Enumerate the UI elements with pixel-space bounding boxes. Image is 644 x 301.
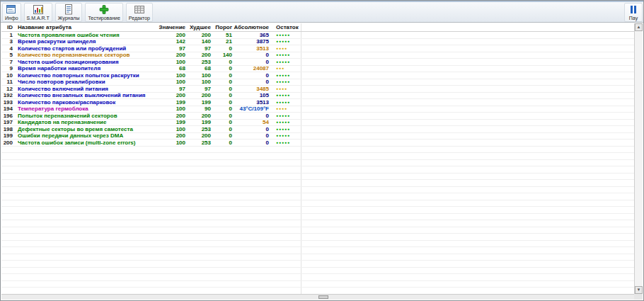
attr-value: 200	[154, 92, 185, 98]
attr-id: 200	[1, 140, 13, 146]
attr-health-dots: ●●●●●	[269, 79, 301, 86]
attr-name: Дефектные секторы во время самотеста	[13, 126, 154, 132]
attr-worst: 200	[185, 32, 211, 38]
info-button-label: Инфо	[5, 15, 18, 21]
horizontal-scrollbar[interactable]	[1, 294, 634, 300]
smart-attribute-row[interactable]: 196Попыток переназначений секторов200200…	[1, 113, 634, 120]
vertical-scrollbar[interactable]: ▲ ▼	[634, 23, 643, 294]
empty-row	[1, 147, 634, 154]
smart-attribute-row[interactable]: 3Время раскрутки шпинделя142140213875●●●…	[1, 39, 634, 46]
smart-attribute-row[interactable]: 10Количество повторных попыток раскрутки…	[1, 72, 634, 79]
toolbar-button-group: ИнфоS.M.A.R.TЖурналыТестированиеРедактор	[2, 3, 153, 22]
scroll-down-icon[interactable]: ▼	[635, 286, 643, 294]
info-icon	[5, 4, 18, 15]
empty-row	[1, 160, 634, 167]
attr-name: Число повторов рекалибровки	[13, 79, 154, 85]
column-header-id[interactable]: ID	[1, 24, 13, 30]
testing-icon	[98, 4, 110, 15]
empty-cell	[269, 254, 301, 261]
empty-cell	[269, 147, 301, 153]
column-header-health[interactable]: Остаток	[269, 23, 301, 31]
column-header-raw[interactable]: Абсолютное	[232, 24, 269, 30]
scroll-up-icon[interactable]: ▲	[635, 23, 643, 31]
attr-threshold: 0	[211, 126, 232, 132]
empty-row	[1, 153, 634, 160]
journals-button[interactable]: Журналы	[55, 3, 83, 22]
attr-threshold: 0	[211, 72, 232, 79]
smart-attribute-row[interactable]: 193Количество парковок/распарковок199199…	[1, 99, 634, 106]
attr-id: 4	[1, 45, 13, 52]
attr-worst: 200	[185, 92, 211, 98]
attr-value: 100	[154, 106, 185, 112]
empty-row	[1, 180, 634, 187]
attr-id: 10	[1, 72, 13, 79]
empty-row	[1, 281, 634, 288]
empty-cell	[269, 241, 301, 247]
attr-id: 9	[1, 65, 13, 72]
attr-value: 100	[154, 72, 185, 79]
attr-raw-value: 0	[232, 113, 269, 119]
column-header-value[interactable]: Значение	[154, 24, 185, 30]
attr-value: 200	[154, 113, 185, 119]
attr-threshold: 0	[211, 99, 232, 106]
smart-attribute-row[interactable]: 194Температура гермоблока10090043°C/109°…	[1, 106, 634, 113]
attr-raw-value: 0	[232, 72, 269, 79]
column-header-name[interactable]: Название атрибута	[13, 24, 154, 30]
attr-worst: 199	[185, 119, 211, 125]
smart-attribute-row[interactable]: 4Количество стартов или пробуждений97970…	[1, 45, 634, 52]
attr-raw-value: 24087	[232, 65, 269, 72]
attr-threshold: 0	[211, 132, 232, 139]
horizontal-scrollbar-thumb[interactable]	[318, 295, 328, 299]
app-window: ИнфоS.M.A.R.TЖурналыТестированиеРедактор…	[0, 0, 644, 301]
smart-attribute-row[interactable]: 1Частота проявления ошибок чтения2002005…	[1, 32, 634, 39]
attr-raw-value: 0	[232, 79, 269, 85]
attr-worst: 253	[185, 59, 211, 65]
pause-button-label: Пау	[629, 15, 638, 21]
smart-attribute-row[interactable]: 9Время наработки накопителя6868024087●●●	[1, 66, 634, 73]
empty-cell	[269, 227, 301, 234]
attr-health-dots: ●●●●	[269, 106, 301, 113]
pause-button[interactable]: Пау	[624, 3, 643, 22]
attr-name: Частота ошибок позиционирования	[13, 59, 154, 65]
attr-value: 142	[154, 38, 185, 45]
column-header-threshold[interactable]: Порог	[211, 24, 232, 30]
editor-button[interactable]: Редактор	[126, 3, 153, 22]
testing-button[interactable]: Тестирование	[85, 3, 122, 22]
info-button[interactable]: Инфо	[2, 3, 21, 22]
attr-threshold: 0	[211, 140, 232, 146]
attr-raw-value: 0	[232, 59, 269, 65]
column-header-worst[interactable]: Худшее	[185, 24, 211, 30]
journals-button-label: Журналы	[58, 15, 80, 21]
smart-attribute-row[interactable]: 192Количество внезапных выключений питан…	[1, 93, 634, 100]
attr-worst: 200	[185, 52, 211, 58]
attr-value: 200	[154, 52, 185, 58]
smart-attribute-row[interactable]: 198Дефектные секторы во время самотеста1…	[1, 126, 634, 133]
smart-attribute-row[interactable]: 197Кандидатов на переназначение199199054…	[1, 120, 634, 127]
empty-row	[1, 166, 634, 174]
pause-icon	[627, 4, 640, 15]
smart-attribute-row[interactable]: 11Число повторов рекалибровки10010000●●●…	[1, 79, 634, 86]
attr-worst: 140	[185, 38, 211, 45]
smart-attribute-row[interactable]: 7Частота ошибок позиционирования10025300…	[1, 59, 634, 66]
smart-attribute-row[interactable]: 12Количество включений питания979703485●…	[1, 86, 634, 93]
attr-name: Попыток переназначений секторов	[13, 113, 154, 119]
empty-cell	[269, 281, 301, 288]
smart-button[interactable]: S.M.A.R.T	[24, 3, 52, 22]
attr-health-dots: ●●●●●	[269, 93, 301, 99]
attr-worst: 97	[185, 86, 211, 92]
attr-name: Количество стартов или пробуждений	[13, 45, 154, 52]
attr-health-dots: ●●●●●	[269, 113, 301, 119]
attr-threshold: 0	[211, 65, 232, 72]
smart-attribute-row[interactable]: 200Частота ошибок записи (multi-zone err…	[1, 140, 634, 147]
smart-attributes-table: ID Название атрибута Значение Худшее Пор…	[1, 23, 634, 294]
empty-cell	[269, 166, 301, 173]
attr-id: 7	[1, 59, 13, 65]
attr-worst: 253	[185, 140, 211, 146]
empty-row	[1, 187, 634, 194]
smart-icon	[32, 4, 45, 15]
attr-value: 100	[154, 140, 185, 146]
smart-attribute-row[interactable]: 5Количество переназначенных секторов2002…	[1, 52, 634, 59]
smart-attribute-row[interactable]: 199Ошибки передачи данных через DMA20020…	[1, 133, 634, 140]
attr-id: 197	[1, 119, 13, 125]
attr-health-dots: ●●●●●	[269, 140, 301, 146]
